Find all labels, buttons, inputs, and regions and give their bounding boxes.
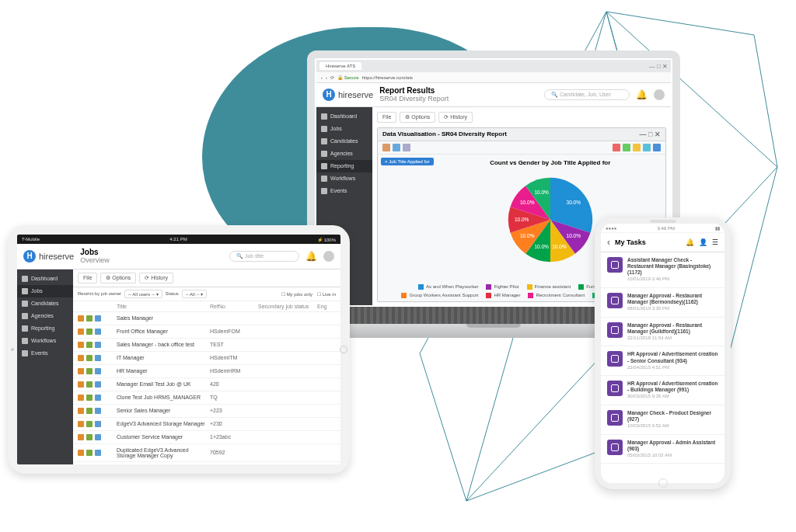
nav-back-icon[interactable]: ‹ (321, 75, 323, 80)
logo-icon: H (323, 89, 335, 101)
tool-icon[interactable] (643, 144, 651, 151)
jobs-table: Title RefNo Secondary job status Eng Sal… (73, 301, 340, 464)
list-item[interactable]: HR Approval / Advertisement creation - S… (601, 346, 724, 376)
task-icon (607, 410, 623, 426)
page-title: Report Results SR04 Diversity Report (379, 86, 449, 103)
menu-icon[interactable]: ☰ (712, 238, 718, 246)
status-select[interactable]: -- All -- ▾ (182, 290, 207, 298)
table-row[interactable]: EdgeV3 Advanced Storage Manager+230 (73, 418, 340, 431)
back-icon[interactable]: ‹ (607, 237, 610, 248)
sidebar-item-jobs[interactable]: Jobs (316, 123, 372, 135)
page-title: Jobs Overview (80, 248, 110, 265)
table-row[interactable]: Duplicated EdgeV3 Advanced Storage Manag… (73, 444, 340, 462)
nav-fwd-icon[interactable]: › (326, 75, 327, 80)
table-row[interactable]: IT ManagerHSdemITM (73, 352, 340, 365)
options-button[interactable]: ⚙ Options (400, 112, 435, 123)
table-row[interactable]: Sales Manager - back office testTEST (73, 339, 340, 352)
sidebar-item-workflows[interactable]: Workflows (316, 172, 372, 185)
avatar[interactable] (654, 89, 665, 100)
task-icon (607, 351, 623, 367)
tool-icon[interactable] (382, 144, 390, 151)
app-header: H hireserve Report Results SR04 Diversit… (316, 83, 671, 107)
brand-logo[interactable]: H hireserve (23, 250, 74, 263)
tool-icon[interactable] (393, 144, 400, 151)
browser-tab[interactable]: Hireserve ATS (319, 62, 361, 70)
tool-icon[interactable] (403, 144, 410, 151)
nav-icon (22, 313, 28, 319)
tool-icon[interactable] (653, 144, 661, 151)
panel-close-icon[interactable]: — □ ✕ (640, 130, 661, 138)
task-icon (607, 322, 623, 338)
legend-item: As and When Playworker (418, 284, 478, 290)
window-controls[interactable]: — □ ✕ (649, 63, 668, 70)
owner-select[interactable]: -- All users -- ▾ (124, 290, 162, 298)
sidebar-item-agencies[interactable]: Agencies (17, 310, 73, 322)
tool-icon[interactable] (623, 144, 630, 151)
avatar[interactable] (323, 251, 334, 262)
panel-title: Data Visualisation - SR04 Diversity Repo… (382, 130, 507, 137)
phone-status-bar: ●●●●3:46 PM▮▮ (601, 224, 724, 233)
list-item[interactable]: Manager Approval - Restaurant Manager (G… (601, 318, 724, 347)
tool-icon[interactable] (613, 144, 620, 151)
sidebar-item-reporting[interactable]: Reporting (316, 160, 372, 172)
myjobs-checkbox[interactable]: ☐ My jobs only (281, 291, 312, 297)
table-row[interactable]: Customer Service Manager1+23abc (73, 431, 340, 444)
sidebar-item-dashboard[interactable]: Dashboard (17, 273, 73, 285)
notifications-icon[interactable]: 🔔 (305, 251, 317, 262)
url-text: https://hireserve.com/ats (362, 75, 413, 80)
list-item[interactable]: Assistant Manager Check - Restaurant Man… (601, 252, 724, 288)
browser-tab-bar: Hireserve ATS — □ ✕ (316, 60, 671, 72)
svg-text:10.0%: 10.0% (520, 233, 535, 238)
svg-text:10.0%: 10.0% (520, 200, 535, 205)
search-input[interactable]: 🔍 Job title (229, 251, 299, 262)
search-input[interactable]: 🔍 Candidate, Job, User (544, 89, 630, 100)
history-button[interactable]: ⟳ History (438, 112, 473, 123)
task-icon (607, 381, 623, 396)
table-row[interactable]: Front Office ManagerHSdemFOM (73, 325, 340, 339)
file-button[interactable]: File (78, 273, 97, 283)
nav-icon (321, 126, 327, 132)
options-button[interactable]: ⚙ Options (100, 273, 136, 283)
svg-text:10.0%: 10.0% (552, 244, 567, 249)
list-item[interactable]: Manager Approval - Restaurant Manager (B… (601, 288, 724, 318)
sidebar-item-candidates[interactable]: Candidates (17, 297, 73, 310)
table-row[interactable]: Sales Manager (73, 312, 340, 325)
nav-icon (321, 188, 327, 194)
filter-tag[interactable]: × Job Title Applied for (381, 158, 434, 165)
list-item[interactable]: Manager Approval - Admin Assistant (903)… (601, 435, 724, 464)
notifications-icon[interactable]: 🔔 (686, 238, 694, 246)
legend-item: Recruitment Consultant (528, 293, 585, 298)
nav-reload-icon[interactable]: ⟳ (330, 75, 334, 80)
history-button[interactable]: ⟳ History (139, 273, 173, 283)
sidebar-item-jobs[interactable]: Jobs (17, 285, 73, 297)
nav-icon (321, 163, 327, 169)
pie-chart: 30.0%10.0%10.0%10.0%10.0%10.0%10.0%10.0% (500, 169, 601, 270)
legend-item: Finance assistant (527, 284, 571, 290)
svg-text:30.0%: 30.0% (566, 200, 581, 205)
table-header: Title RefNo Secondary job status Eng (73, 301, 340, 312)
sidebar-item-events[interactable]: Events (17, 347, 73, 360)
brand-logo[interactable]: H hireserve (323, 89, 373, 101)
svg-text:10.0%: 10.0% (515, 217, 529, 222)
tool-icon[interactable] (633, 144, 641, 151)
table-row[interactable]: Customer Service Manager1+23abc (73, 462, 340, 464)
nav-icon (321, 138, 327, 144)
sidebar-item-workflows[interactable]: Workflows (17, 335, 73, 347)
table-row[interactable]: Manager Email Test Job @ UK420 (73, 378, 340, 391)
table-row[interactable]: Senior Sales Manager+223 (73, 405, 340, 418)
list-item[interactable]: HR Approval / Advertisement creation - B… (601, 376, 724, 405)
list-item[interactable]: Manager Check - Product Designer (927)10… (601, 405, 724, 435)
sidebar-item-events[interactable]: Events (316, 185, 372, 197)
tablet-device: T-Mobile 4:21 PM ⚡ 100% H hireserve Jobs… (8, 225, 350, 474)
notifications-icon[interactable]: 🔔 (636, 89, 648, 100)
sidebar-item-reporting[interactable]: Reporting (17, 322, 73, 335)
avatar[interactable]: 👤 (699, 238, 707, 246)
sidebar-item-dashboard[interactable]: Dashboard (316, 110, 372, 123)
livein-checkbox[interactable]: ☐ Live in (317, 291, 336, 297)
address-bar[interactable]: ‹ › ⟳ 🔒 Secure https://hireserve.com/ats (316, 72, 671, 83)
table-row[interactable]: HR ManagerHSdemHRM (73, 365, 340, 378)
file-button[interactable]: File (377, 112, 396, 123)
sidebar-item-agencies[interactable]: Agencies (316, 148, 372, 160)
table-row[interactable]: Clone Test Job HRMS_MANAGERTQ (73, 391, 340, 405)
sidebar-item-candidates[interactable]: Candidates (316, 135, 372, 148)
